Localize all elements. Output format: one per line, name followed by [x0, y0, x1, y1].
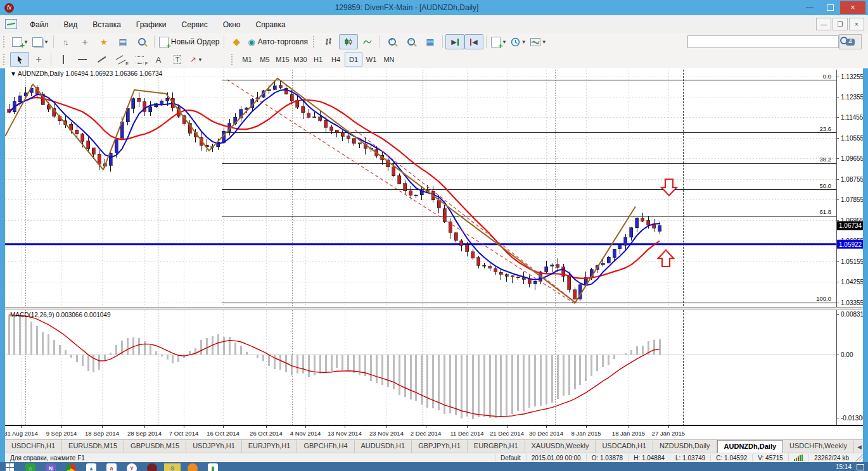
taskbar-app-metatrader[interactable]: ▮	[205, 463, 221, 471]
mdi-minimize-button[interactable]: —	[816, 18, 831, 30]
chart-tab-GBPUSDh,M15[interactable]: GBPUSDh,M15	[124, 440, 186, 453]
horizontal-line-tool-button[interactable]	[73, 52, 92, 67]
periods-button[interactable]: ▼	[509, 34, 528, 49]
svg-text:MACD(12,26,9) 0.003066 0.00104: MACD(12,26,9) 0.003066 0.001049	[10, 311, 111, 318]
notification-icon[interactable]	[857, 464, 864, 470]
taskbar-app-skype[interactable]: S	[164, 463, 181, 471]
zoom-in-button[interactable]: +	[383, 34, 402, 49]
menu-item-Сервис[interactable]: Сервис	[174, 18, 215, 31]
terminal-button[interactable]: ▤	[113, 34, 132, 49]
timeframe-M1[interactable]: M1	[238, 53, 256, 66]
close-button[interactable]: ×	[840, 1, 865, 14]
menu-item-Файл[interactable]: Файл	[22, 18, 56, 31]
taskbar-app-yandex-browser[interactable]: Y	[124, 463, 140, 471]
chart-tab-AUDUSDh,H1[interactable]: AUDUSDh,H1	[355, 440, 412, 453]
timeframe-W1[interactable]: W1	[362, 53, 380, 66]
taskbar-app-chrome[interactable]	[63, 463, 79, 471]
chart-tab-USDJPYh,H1[interactable]: USDJPYh,H1	[186, 440, 242, 453]
text-label-tool-button[interactable]: T	[168, 52, 187, 67]
svg-text:4 Nov 2014: 4 Nov 2014	[290, 430, 321, 437]
templates-button[interactable]: ▼	[528, 34, 549, 49]
chart-window: 0.023.638.250.061.8100.0▼ AUDNZDh,Daily …	[5, 68, 863, 462]
chart-tab-EURJPYh,H1[interactable]: EURJPYh,H1	[242, 440, 298, 453]
chart-tab-EURGBPh,H1[interactable]: EURGBPh,H1	[468, 440, 525, 453]
taskbar-app-opera[interactable]	[144, 463, 160, 471]
zoom-out-button[interactable]: −	[402, 34, 421, 49]
timeframe-H1[interactable]: H1	[309, 53, 327, 66]
chart-tab-USDCHFh,H1[interactable]: USDCHFh,H1	[5, 440, 62, 453]
indicators-button[interactable]: +▼	[489, 34, 509, 49]
svg-text:0.00: 0.00	[841, 351, 853, 358]
chart-tab-NZDUSDh,Daily[interactable]: NZDUSDh,Daily	[653, 440, 717, 453]
taskbar-app-onenote[interactable]: N	[42, 463, 59, 471]
navigator-button[interactable]: ★	[94, 34, 113, 49]
taskbar-clock[interactable]: 15:14	[836, 462, 857, 470]
taskbar-app-start[interactable]	[2, 463, 18, 471]
chart-shift-button[interactable]: ◀	[464, 34, 483, 49]
timeframe-M5[interactable]: M5	[256, 53, 274, 66]
taskbar-app-store[interactable]: ⌂	[22, 463, 39, 471]
profiles-button[interactable]: ▼	[30, 34, 51, 49]
vertical-line-tool-button[interactable]	[54, 52, 73, 67]
chart-tab-GBPJPYh,H1[interactable]: GBPJPYh,H1	[412, 440, 468, 453]
maximize-button[interactable]	[820, 1, 840, 14]
equidistant-channel-tool-button[interactable]: E	[111, 52, 130, 67]
resize-grip[interactable]	[855, 454, 863, 462]
minimize-button[interactable]: —	[800, 1, 820, 14]
arrows-tool-button[interactable]: ↗▼	[187, 52, 206, 67]
chart-tab-AUDNZDh,Daily[interactable]: AUDNZDh,Daily	[717, 440, 784, 453]
tile-windows-button[interactable]: ▦	[421, 34, 440, 49]
candlestick-chart-button[interactable]	[339, 34, 358, 49]
chart-tab-GBPCHFh,H4[interactable]: GBPCHFh,H4	[297, 440, 354, 453]
chart-tab-USDCHFh,Weekly[interactable]: USDCHFh,Weekly	[783, 440, 854, 453]
autotrading-button[interactable]: ◉ Авто-торговля	[246, 34, 310, 49]
new-order-button[interactable]: + Новый Ордер	[157, 34, 221, 49]
status-profile[interactable]: Default	[495, 454, 526, 462]
taskbar-app-yandex-disk[interactable]: ▲	[83, 463, 99, 471]
taskbar-app-alice[interactable]: a	[103, 463, 120, 471]
cursor-tool-button[interactable]	[10, 52, 29, 67]
chart-tab-USDCADh,H1[interactable]: USDCADh,H1	[596, 440, 653, 453]
tab-scroll-left-icon[interactable]: ◀	[854, 444, 865, 450]
menu-item-Справка[interactable]: Справка	[248, 18, 293, 31]
data-window-button[interactable]: ＋	[75, 34, 94, 49]
timeframe-M15[interactable]: M15	[274, 53, 291, 66]
metaeditor-button[interactable]: ◆	[227, 34, 246, 49]
svg-text:9 Sep 2014: 9 Sep 2014	[46, 430, 77, 437]
market-watch-button[interactable]: ↑↓	[56, 34, 75, 49]
toolbar-grip[interactable]	[231, 54, 236, 65]
timeframe-D1[interactable]: D1	[345, 53, 362, 66]
menu-item-Окно[interactable]: Окно	[215, 18, 248, 31]
menu-item-Вставка[interactable]: Вставка	[85, 18, 129, 31]
bar-chart-button[interactable]	[320, 34, 339, 49]
toolbar-grip[interactable]	[313, 36, 317, 47]
text-tool-button[interactable]: A	[149, 52, 168, 67]
drawing-toolbar: ＋ E F A T ↗▼ M1M5M15M30H1H4D1W1MN	[0, 51, 868, 69]
svg-text:1.13255: 1.13255	[841, 73, 863, 80]
price-chart[interactable]: 0.023.638.250.061.8100.0▼ AUDNZDh,Daily …	[5, 68, 863, 440]
new-chart-button[interactable]: +▼	[10, 34, 30, 49]
svg-text:1.03355: 1.03355	[841, 299, 863, 306]
tab-scroll-right-icon[interactable]: ▶	[865, 444, 868, 450]
menu-items: ФайлВидВставкаГрафикиСервисОкноСправка	[22, 18, 293, 30]
trendline-tool-button[interactable]	[92, 52, 111, 67]
chart-tab-EURUSDh,M15[interactable]: EURUSDh,M15	[62, 440, 124, 453]
toolbar-grip[interactable]	[3, 36, 8, 47]
timeframe-H4[interactable]: H4	[327, 53, 345, 66]
menu-item-Вид[interactable]: Вид	[56, 18, 86, 31]
search-input[interactable]	[687, 35, 839, 48]
tab-scroll-buttons: ◀▶	[854, 440, 868, 453]
timeframe-MN[interactable]: MN	[380, 53, 398, 66]
menu-item-Графики[interactable]: Графики	[129, 18, 174, 31]
toolbar-grip[interactable]	[3, 54, 8, 65]
strategy-tester-button[interactable]	[132, 34, 151, 49]
auto-scroll-button[interactable]: ▶	[445, 34, 464, 49]
mdi-restore-button[interactable]: ❐	[833, 18, 848, 30]
fibonacci-tool-button[interactable]: F	[130, 52, 149, 67]
line-chart-button[interactable]	[358, 34, 377, 49]
mdi-close-button[interactable]: ×	[849, 18, 864, 30]
crosshair-tool-button[interactable]: ＋	[29, 52, 48, 67]
taskbar-app-odnoklassniki[interactable]	[184, 463, 201, 471]
chart-tab-XAUUSDh,Weekly[interactable]: XAUUSDh,Weekly	[525, 440, 596, 453]
timeframe-M30[interactable]: M30	[291, 53, 309, 66]
